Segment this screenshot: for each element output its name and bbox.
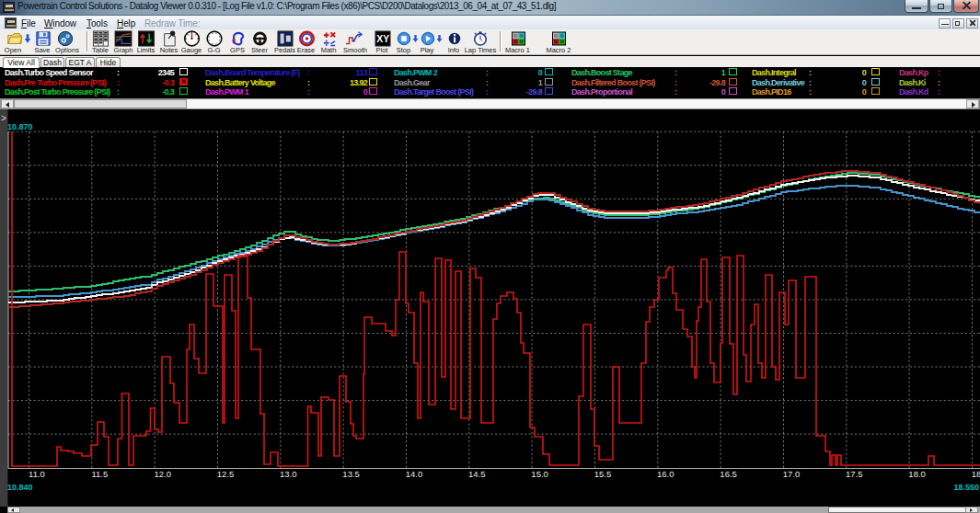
svg-text:16.0: 16.0 <box>657 469 674 479</box>
svg-text:10.840: 10.840 <box>7 483 33 492</box>
svg-text:XY: XY <box>376 34 389 44</box>
svg-text:13.0: 13.0 <box>280 469 297 479</box>
svg-text:15.5: 15.5 <box>594 469 612 479</box>
svg-text:17.0: 17.0 <box>783 469 801 479</box>
svg-text:14.5: 14.5 <box>468 469 486 479</box>
svg-text:16.5: 16.5 <box>720 469 737 479</box>
svg-text:11.5: 11.5 <box>91 469 108 479</box>
svg-text:13.5: 13.5 <box>342 469 360 479</box>
svg-text:18.550: 18.550 <box>953 483 979 492</box>
svg-text:17.5: 17.5 <box>846 469 863 479</box>
svg-text:12.0: 12.0 <box>154 469 171 479</box>
svg-text:14.0: 14.0 <box>406 469 423 479</box>
svg-text:>: > <box>1 113 6 123</box>
svg-text:18.0: 18.0 <box>908 469 926 479</box>
svg-text:12.5: 12.5 <box>217 469 235 479</box>
svg-text:11.0: 11.0 <box>29 469 45 479</box>
svg-text:15.0: 15.0 <box>531 469 548 479</box>
svg-text:10.870: 10.870 <box>7 122 33 131</box>
svg-text:18.5: 18.5 <box>972 469 980 479</box>
